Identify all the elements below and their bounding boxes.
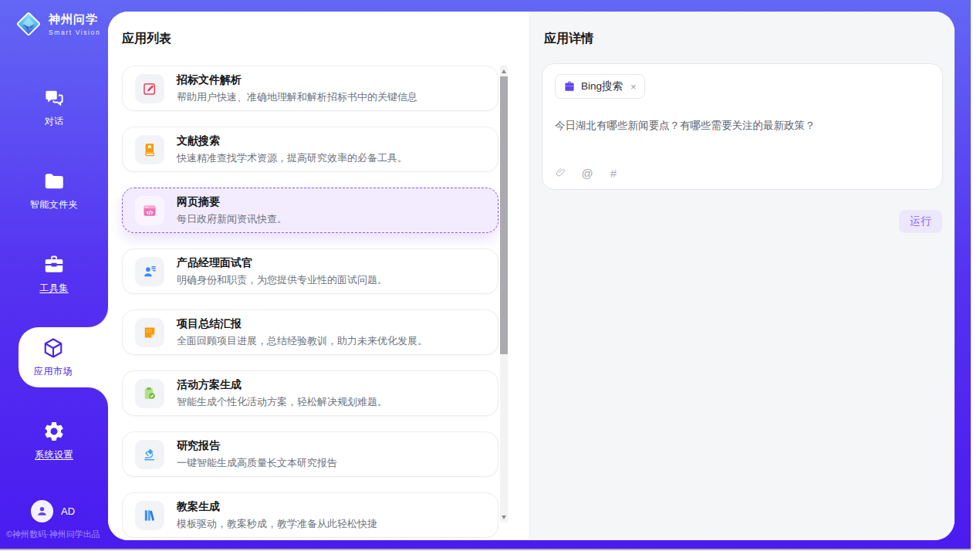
app-icon-tile	[135, 74, 164, 103]
toolbox-icon	[42, 253, 66, 276]
prompt-input-card[interactable]: Bing搜索 × 今日湖北有哪些新闻要点？有哪些需要关注的最新政策？ @#	[542, 63, 943, 190]
footer-credit: ©神州数码·神州问学出品	[6, 529, 100, 540]
hash-icon[interactable]: #	[607, 167, 620, 179]
sidebar-item-chat[interactable]: 对话	[0, 77, 108, 137]
main-content: 应用列表 招标文件解析帮助用户快速、准确地理解和解析招标书中的关键信息文献搜索快…	[108, 12, 955, 540]
sidebar-item-label: 对话	[45, 115, 64, 128]
scrollbar-down-arrow[interactable]	[500, 512, 508, 522]
app-logo: 神州问学 Smart Vision	[14, 9, 100, 39]
sidebar-item-label: 系统设置	[35, 448, 73, 461]
sidebar-item-app-market[interactable]: 应用市场	[19, 327, 108, 387]
app-icon-tile	[135, 501, 164, 530]
sidebar-item-toolset[interactable]: 工具集	[0, 244, 108, 304]
app-card-desc: 快速精准查找学术资源，提高研究效率的必备工具。	[177, 151, 407, 165]
app-card-title: 研究报告	[177, 439, 337, 453]
sidebar-item-smart-folders[interactable]: 智能文件夹	[0, 161, 108, 221]
research-icon	[142, 447, 157, 462]
frame-bottom-line	[0, 549, 971, 550]
app-card-title: 招标文件解析	[177, 73, 417, 87]
run-button[interactable]: 运行	[899, 210, 942, 233]
app-icon-tile	[135, 440, 164, 469]
plan-check-icon	[142, 386, 157, 401]
user-icon	[35, 505, 49, 518]
app-card-desc: 帮助用户快速、准确地理解和解析招标书中的关键信息	[177, 90, 417, 104]
app-icon-tile	[135, 257, 164, 286]
app-card[interactable]: 文献搜索快速精准查找学术资源，提高研究效率的必备工具。	[122, 127, 498, 172]
gem-logo-icon	[14, 9, 43, 39]
app-subtitle: Smart Vision	[49, 29, 100, 36]
app-card-desc: 一键智能生成高质量长文本研究报告	[177, 456, 337, 470]
app-card[interactable]: 研究报告一键智能生成高质量长文本研究报告	[122, 431, 498, 477]
app-card-list: 招标文件解析帮助用户快速、准确地理解和解析招标书中的关键信息文献搜索快速精准查找…	[122, 66, 498, 540]
user-row[interactable]: AD	[31, 500, 75, 522]
app-icon-tile	[135, 135, 164, 164]
sidebar-item-label: 智能文件夹	[30, 198, 79, 211]
app-card-title: 项目总结汇报	[177, 317, 427, 331]
app-card-title: 网页摘要	[177, 195, 287, 209]
scrollbar[interactable]	[500, 66, 508, 522]
books-icon	[142, 508, 157, 523]
scrollbar-up-arrow[interactable]	[500, 66, 508, 76]
scrollbar-thumb[interactable]	[500, 76, 508, 354]
tool-tag-label: Bing搜索	[581, 79, 623, 93]
attachment-toolbar: @#	[555, 167, 620, 179]
app-list-panel: 应用列表 招标文件解析帮助用户快速、准确地理解和解析招标书中的关键信息文献搜索快…	[108, 12, 529, 540]
app-card[interactable]: 产品经理面试官明确身份和职责，为您提供专业性的面试问题。	[122, 248, 498, 294]
app-card[interactable]: 活动方案生成智能生成个性化活动方案，轻松解决规划难题。	[122, 370, 498, 416]
chat-icon	[42, 86, 66, 110]
user-initials: AD	[61, 505, 75, 517]
app-list-title: 应用列表	[122, 31, 171, 47]
sidebar-item-label: 应用市场	[34, 365, 73, 378]
app-card[interactable]: 招标文件解析帮助用户快速、准确地理解和解析招标书中的关键信息	[122, 66, 498, 111]
cube-icon	[42, 336, 65, 360]
web-code-icon	[142, 203, 157, 218]
paperclip-icon[interactable]	[555, 167, 567, 179]
app-detail-panel: 应用详情 Bing搜索 × 今日湖北有哪些新闻要点？有哪些需要关注的最新政策？ …	[529, 12, 955, 540]
avatar[interactable]	[31, 500, 53, 522]
app-detail-title: 应用详情	[544, 31, 593, 47]
app-card[interactable]: 教案生成模板驱动，教案秒成，教学准备从此轻松快捷	[122, 492, 498, 538]
sidebar: 神州问学 Smart Vision 对话智能文件夹工具集应用市场系统设置 AD …	[0, 0, 108, 549]
book-icon	[142, 142, 157, 157]
briefcase-icon	[563, 80, 576, 93]
app-card[interactable]: 项目总结汇报全面回顾项目进展，总结经验教训，助力未来优化发展。	[122, 309, 498, 355]
doc-edit-icon	[142, 81, 157, 96]
app-title: 神州问学	[49, 12, 100, 27]
app-icon-tile	[135, 318, 164, 347]
app-card-title: 文献搜索	[177, 134, 407, 148]
at-icon[interactable]: @	[581, 167, 593, 179]
tool-tag-remove-icon[interactable]: ×	[630, 82, 637, 92]
app-card-desc: 模板驱动，教案秒成，教学准备从此轻松快捷	[177, 517, 377, 531]
folder-icon	[42, 170, 66, 193]
app-icon-tile	[135, 379, 164, 408]
interview-icon	[142, 264, 157, 279]
query-input-text[interactable]: 今日湖北有哪些新闻要点？有哪些需要关注的最新政策？	[555, 118, 930, 134]
note-icon	[142, 325, 157, 340]
sidebar-item-label: 工具集	[39, 282, 69, 295]
app-card-title: 产品经理面试官	[177, 256, 387, 270]
app-card-title: 教案生成	[177, 500, 377, 514]
app-card-title: 活动方案生成	[177, 378, 387, 392]
sidebar-nav: 对话智能文件夹工具集应用市场系统设置	[0, 77, 108, 494]
app-card-desc: 明确身份和职责，为您提供专业性的面试问题。	[177, 273, 387, 287]
app-card-desc: 每日政府新闻资讯快查。	[177, 212, 287, 226]
app-card-desc: 智能生成个性化活动方案，轻松解决规划难题。	[177, 395, 387, 409]
app-icon-tile	[135, 196, 164, 225]
app-card-desc: 全面回顾项目进展，总结经验教训，助力未来优化发展。	[177, 334, 427, 348]
sidebar-item-settings[interactable]: 系统设置	[0, 411, 108, 471]
app-card[interactable]: 网页摘要每日政府新闻资讯快查。	[122, 188, 498, 233]
gear-icon	[42, 420, 66, 443]
tool-tag-bing-search[interactable]: Bing搜索 ×	[555, 74, 645, 99]
